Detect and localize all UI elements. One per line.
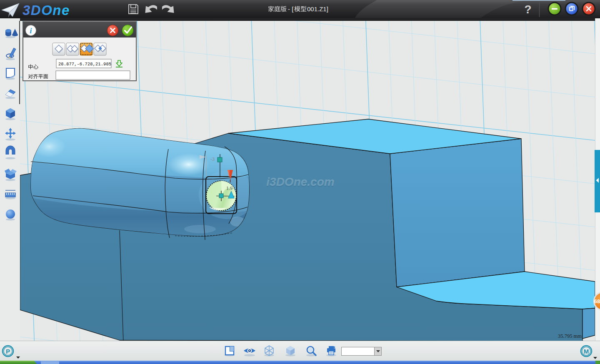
svg-text:?: ? [524,3,531,16]
svg-text:3DOne: 3DOne [22,2,70,18]
svg-text:M: M [584,348,589,355]
svg-text:35.795 mm: 35.795 mm [558,333,582,339]
svg-text:-3: -3 [210,156,215,162]
svg-text:1.9: 1.9 [226,185,232,191]
svg-text:001.Z1]: 001.Z1] [307,5,328,12]
svg-text:- [: - [ [288,5,294,12]
svg-text:28.877,-6.728,21.985: 28.877,-6.728,21.985 [58,62,111,67]
svg-text:i3DOne.com: i3DOne.com [266,175,334,188]
svg-text:P: P [6,348,10,355]
